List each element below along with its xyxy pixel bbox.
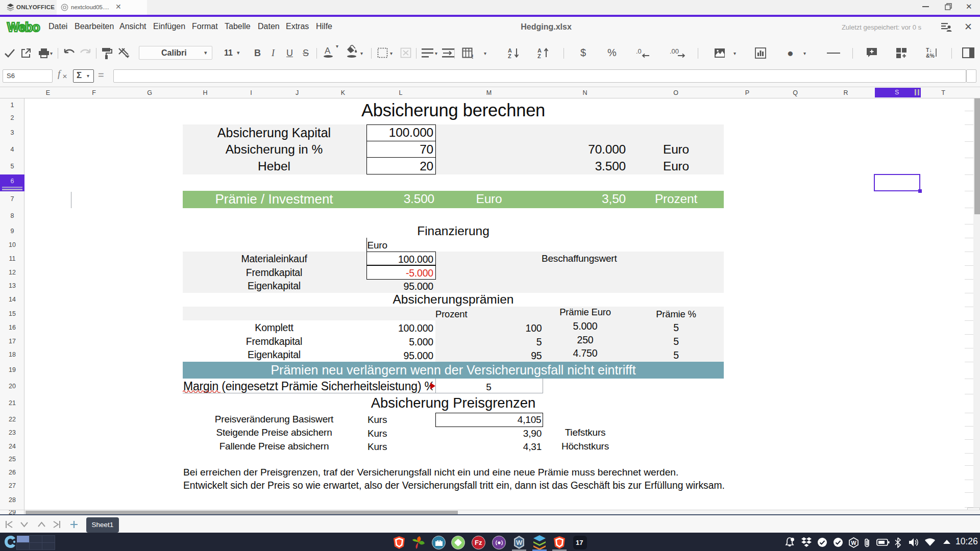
svg-text:W: W: [516, 539, 523, 546]
svg-text:W: W: [851, 540, 856, 546]
